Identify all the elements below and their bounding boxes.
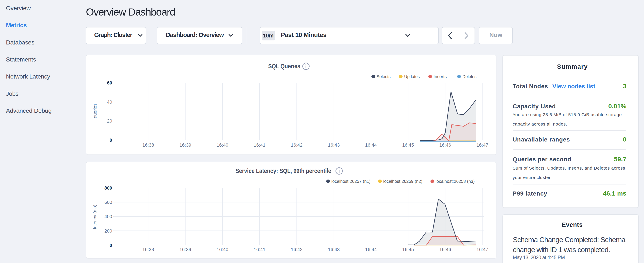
svg-text:16:42: 16:42 <box>291 247 302 252</box>
svg-text:16:38: 16:38 <box>142 247 154 252</box>
svg-text:800: 800 <box>104 185 112 191</box>
svg-text:0: 0 <box>110 242 112 248</box>
svg-text:200: 200 <box>104 228 112 234</box>
svg-text:20: 20 <box>107 118 112 124</box>
svg-text:16:47: 16:47 <box>476 142 488 148</box>
svg-text:16:47: 16:47 <box>476 247 488 252</box>
svg-text:16:43: 16:43 <box>328 142 340 148</box>
svg-text:localhost:26257 (n1): localhost:26257 (n1) <box>332 179 370 184</box>
svg-text:16:46: 16:46 <box>439 142 451 148</box>
svg-text:16:39: 16:39 <box>180 247 191 252</box>
svg-text:16:42: 16:42 <box>291 142 302 148</box>
svg-text:40: 40 <box>107 99 112 105</box>
svg-text:Inserts: Inserts <box>434 74 447 79</box>
svg-text:16:38: 16:38 <box>142 142 154 148</box>
svg-text:16:40: 16:40 <box>217 247 228 252</box>
svg-text:16:43: 16:43 <box>328 247 340 252</box>
svg-text:16:41: 16:41 <box>254 247 265 252</box>
svg-text:16:44: 16:44 <box>365 247 377 252</box>
svg-text:Deletes: Deletes <box>462 74 476 79</box>
svg-text:16:46: 16:46 <box>439 247 451 252</box>
svg-text:16:40: 16:40 <box>217 142 228 148</box>
svg-text:16:44: 16:44 <box>365 142 377 148</box>
svg-text:Selects: Selects <box>376 74 390 79</box>
svg-text:400: 400 <box>104 214 112 219</box>
svg-text:Service Latency: SQL, 99th per: Service Latency: SQL, 99th percentile <box>236 167 331 174</box>
svg-text:16:45: 16:45 <box>402 142 414 148</box>
svg-text:localhost:26259 (n2): localhost:26259 (n2) <box>383 179 422 184</box>
svg-text:16:39: 16:39 <box>180 142 191 148</box>
svg-text:SQL Queries: SQL Queries <box>268 63 300 70</box>
svg-text:0: 0 <box>110 137 112 143</box>
svg-text:Updates: Updates <box>404 74 420 79</box>
svg-text:16:41: 16:41 <box>254 142 265 148</box>
svg-text:latency (ms): latency (ms) <box>92 205 97 229</box>
svg-text:600: 600 <box>104 200 112 205</box>
svg-text:16:45: 16:45 <box>402 247 414 252</box>
svg-text:localhost:26258 (n3): localhost:26258 (n3) <box>436 179 475 184</box>
svg-text:60: 60 <box>107 80 112 86</box>
svg-text:queries: queries <box>92 104 98 118</box>
